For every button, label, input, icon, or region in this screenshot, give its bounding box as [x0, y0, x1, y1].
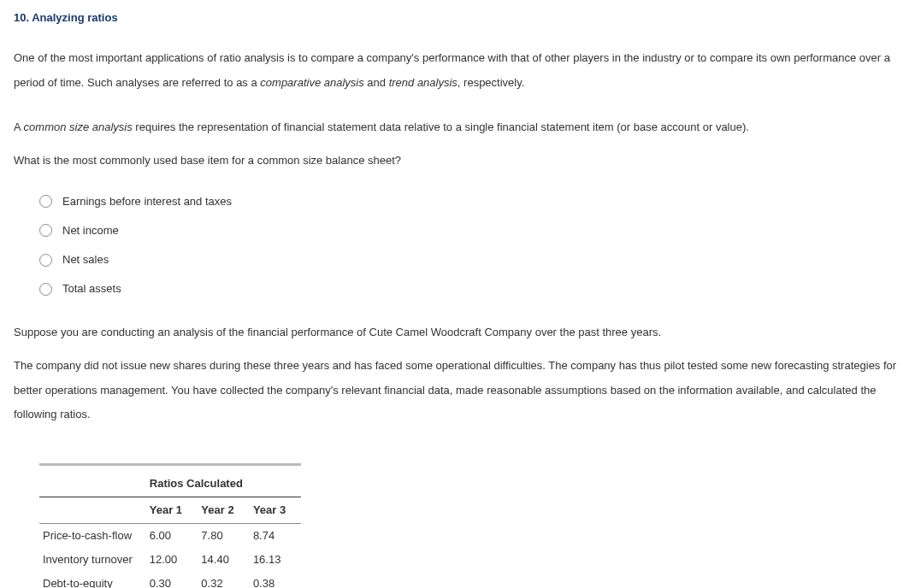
row-label: Price-to-cash-flow: [39, 524, 146, 549]
p1-italic-1: comparative analysis: [260, 76, 363, 89]
question-heading: 10. Analyzing ratios: [14, 10, 907, 26]
question-text: What is the most commonly used base item…: [14, 149, 907, 173]
p2-italic-1: common size analysis: [24, 121, 133, 133]
col-year-2: Year 2: [198, 497, 250, 523]
scenario-paragraph-1: Suppose you are conducting an analysis o…: [14, 320, 907, 345]
p1-italic-2: trend analysis: [389, 76, 458, 89]
row-label: Debt-to-equity: [39, 572, 146, 588]
cell: 12.00: [146, 548, 198, 572]
cell: 6.00: [146, 524, 198, 549]
p2-text-b: requires the representation of financial…: [133, 121, 749, 133]
col-year-1: Year 1: [146, 497, 198, 523]
option-label: Earnings before interest and taxes: [62, 194, 232, 209]
ratios-table: Ratios Calculated Year 1 Year 2 Year 3 P…: [39, 473, 301, 588]
intro-paragraph-2: A common size analysis requires the repr…: [14, 115, 907, 173]
ratios-table-container: Ratios Calculated Year 1 Year 2 Year 3 P…: [39, 463, 301, 588]
option-net-income[interactable]: Net income: [39, 223, 907, 238]
cell: 7.80: [198, 524, 250, 549]
table-row: Inventory turnover 12.00 14.40 16.13: [39, 548, 301, 572]
table-top-rule: [39, 463, 301, 466]
table-rowheader-blank: [39, 497, 146, 523]
cell: 8.74: [250, 524, 302, 549]
option-ebit[interactable]: Earnings before interest and taxes: [39, 194, 907, 209]
cell: 16.13: [250, 548, 302, 572]
intro-paragraph-1: One of the most important applications o…: [14, 46, 907, 95]
cell: 0.32: [198, 572, 250, 588]
table-row: Price-to-cash-flow 6.00 7.80 8.74: [39, 524, 301, 549]
table-blank-header: [39, 473, 146, 497]
option-total-assets[interactable]: Total assets: [39, 281, 907, 297]
option-label: Net sales: [62, 252, 109, 268]
p1-text-c: , respectively.: [458, 76, 525, 89]
radio-icon: [39, 254, 52, 267]
options-group: Earnings before interest and taxes Net i…: [39, 194, 907, 297]
col-year-3: Year 3: [250, 497, 302, 523]
option-label: Net income: [62, 223, 119, 238]
option-label: Total assets: [62, 281, 121, 297]
table-title: Ratios Calculated: [146, 473, 302, 497]
p2-text-a: A: [14, 121, 24, 133]
radio-icon: [39, 224, 52, 237]
table-row: Debt-to-equity 0.30 0.32 0.38: [39, 572, 301, 588]
cell: 0.38: [250, 572, 302, 588]
cell: 0.30: [146, 572, 198, 588]
p1-text-b: and: [364, 76, 389, 89]
cell: 14.40: [198, 548, 250, 572]
option-net-sales[interactable]: Net sales: [39, 252, 907, 268]
radio-icon: [39, 283, 52, 296]
row-label: Inventory turnover: [39, 548, 146, 572]
scenario-paragraph-2: The company did not issue new shares dur…: [14, 354, 907, 427]
radio-icon: [39, 195, 52, 208]
